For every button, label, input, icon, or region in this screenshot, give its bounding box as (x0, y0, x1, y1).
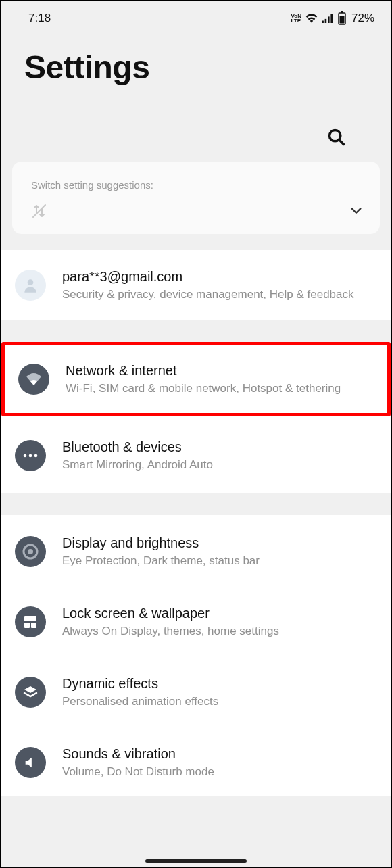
account-email: para**3@gmail.com (62, 268, 377, 286)
more-circle-icon (15, 440, 46, 471)
svg-rect-6 (339, 16, 344, 24)
settings-group-display: Display and brightness Eye Protection, D… (1, 515, 391, 796)
svg-rect-1 (325, 19, 327, 23)
item-title: Lock screen & wallpaper (62, 604, 377, 623)
svg-point-10 (28, 279, 34, 285)
sound-circle-icon (15, 747, 46, 778)
item-title: Sounds & vibration (62, 745, 377, 763)
svg-point-12 (29, 454, 32, 458)
volte-icon: VoNLTE (291, 14, 301, 23)
speaker-icon (23, 755, 38, 770)
item-title: Network & internet (66, 362, 374, 380)
item-title: Bluetooth & devices (62, 438, 377, 456)
settings-group-connectivity: Network & internet Wi-Fi, SIM card & mob… (1, 342, 391, 493)
no-transfer-icon (31, 203, 47, 219)
svg-rect-0 (322, 21, 324, 24)
svg-rect-17 (24, 623, 30, 628)
item-title: Display and brightness (62, 534, 377, 552)
avatar (15, 270, 46, 301)
status-bar: 7:18 VoNLTE 72% (1, 1, 391, 30)
item-subtitle: Personalised animation effects (62, 694, 377, 710)
settings-item-account[interactable]: para**3@gmail.com Security & privacy, de… (1, 250, 391, 320)
suggestions-label: Switch setting suggestions: (31, 179, 364, 191)
chevron-down-icon[interactable] (349, 203, 364, 218)
settings-item-bluetooth[interactable]: Bluetooth & devices Smart Mirroring, And… (1, 416, 391, 493)
wifi-icon (305, 14, 318, 23)
svg-rect-16 (24, 616, 36, 621)
settings-item-network[interactable]: Network & internet Wi-Fi, SIM card & mob… (1, 342, 391, 416)
search-icon (327, 128, 346, 147)
signal-icon (322, 14, 334, 23)
settings-item-sounds[interactable]: Sounds & vibration Volume, Do Not Distur… (1, 727, 391, 796)
svg-rect-3 (330, 14, 333, 23)
wallpaper-icon (22, 614, 39, 630)
item-subtitle: Always On Display, themes, home settings (62, 624, 377, 640)
account-subtitle: Security & privacy, device management, H… (62, 287, 377, 303)
layers-icon (22, 684, 39, 700)
item-subtitle: Wi-Fi, SIM card & mobile network, Hotspo… (66, 381, 374, 397)
svg-point-15 (28, 549, 33, 554)
status-time: 7:18 (28, 11, 51, 25)
effects-circle-icon (15, 677, 46, 708)
header: Settings (1, 30, 391, 162)
svg-line-8 (339, 140, 343, 144)
wallpaper-circle-icon (15, 606, 46, 637)
item-subtitle: Smart Mirroring, Android Auto (62, 458, 377, 473)
battery-icon (338, 11, 346, 25)
account-section: para**3@gmail.com Security & privacy, de… (1, 250, 391, 320)
status-icons: VoNLTE 72% (291, 11, 374, 25)
brightness-circle-icon (15, 536, 46, 567)
settings-item-dynamic-effects[interactable]: Dynamic effects Personalised animation e… (1, 657, 391, 727)
item-subtitle: Volume, Do Not Disturb mode (62, 765, 377, 780)
person-icon (22, 276, 39, 294)
brightness-icon (22, 544, 39, 560)
svg-point-11 (24, 454, 27, 458)
dots-icon (23, 454, 38, 458)
item-title: Dynamic effects (62, 675, 377, 693)
item-subtitle: Eye Protection, Dark theme, status bar (62, 554, 377, 569)
suggestions-card[interactable]: Switch setting suggestions: (12, 162, 380, 234)
search-button[interactable] (324, 125, 349, 149)
svg-point-13 (34, 454, 38, 458)
svg-rect-18 (31, 623, 36, 628)
settings-item-lockscreen[interactable]: Lock screen & wallpaper Always On Displa… (1, 587, 391, 657)
battery-percentage: 72% (351, 11, 374, 25)
svg-rect-2 (328, 16, 330, 23)
wifi-circle-icon (18, 364, 49, 395)
settings-item-display[interactable]: Display and brightness Eye Protection, D… (1, 515, 391, 587)
wifi-icon (26, 372, 42, 386)
page-title: Settings (24, 49, 368, 86)
home-indicator[interactable] (145, 859, 247, 863)
